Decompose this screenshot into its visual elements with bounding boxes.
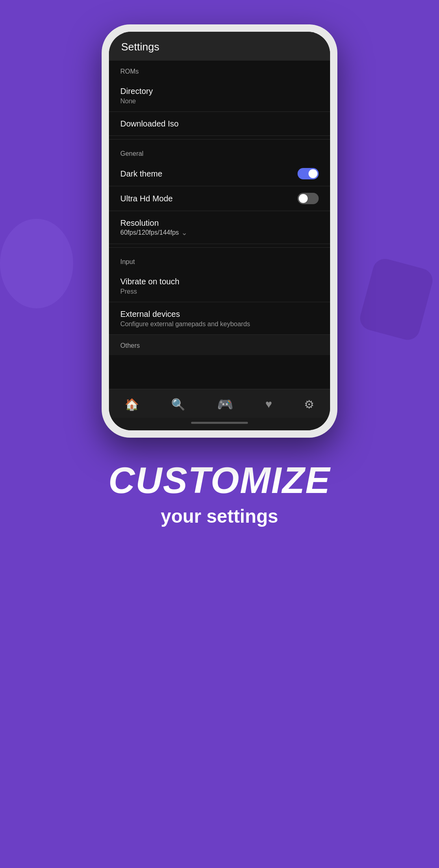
- divider-general-input: [109, 247, 330, 248]
- setting-item-external-left: External devices Configure external game…: [120, 309, 319, 328]
- setting-item-resolution-title: Resolution: [120, 218, 319, 228]
- search-icon: 🔍: [171, 398, 185, 411]
- setting-item-directory-title: Directory: [120, 86, 319, 96]
- toggle-dark-theme[interactable]: [298, 168, 319, 179]
- section-header-others: Others: [120, 342, 140, 349]
- nav-item-favorites[interactable]: ♥: [257, 396, 280, 412]
- setting-item-directory-subtitle: None: [120, 98, 319, 105]
- section-header-roms: ROMs: [109, 61, 330, 79]
- toggle-dark-theme-knob: [309, 169, 317, 178]
- decorative-blob-left: [0, 219, 73, 308]
- setting-item-ultra-hd-left: Ultra Hd Mode: [120, 193, 298, 204]
- section-header-input: Input: [109, 251, 330, 270]
- top-bar: Settings: [109, 32, 330, 61]
- setting-item-external-title: External devices: [120, 309, 319, 319]
- setting-item-external-devices[interactable]: External devices Configure external game…: [109, 302, 330, 335]
- resolution-current-value: 60fps/120fps/144fps: [120, 229, 179, 236]
- nav-item-search[interactable]: 🔍: [163, 396, 193, 413]
- home-icon: 🏠: [125, 398, 139, 411]
- setting-item-directory-left: Directory None: [120, 86, 319, 105]
- others-header: Others: [109, 335, 330, 355]
- divider-roms-general: [109, 139, 330, 140]
- bottom-nav: 🏠 🔍 🎮 ♥ ⚙: [109, 389, 330, 418]
- setting-item-downloaded-iso-left: Downloaded Iso: [120, 118, 319, 129]
- nav-item-games[interactable]: 🎮: [209, 395, 241, 414]
- setting-item-resolution[interactable]: Resolution 60fps/120fps/144fps ⌄: [109, 211, 330, 244]
- nav-item-settings[interactable]: ⚙: [296, 396, 322, 413]
- phone-inner: Settings ROMs Directory None Downl: [109, 32, 330, 430]
- chevron-down-icon: ⌄: [181, 228, 187, 237]
- setting-item-external-subtitle: Configure external gamepads and keyboard…: [120, 321, 319, 328]
- setting-item-downloaded-iso-title: Downloaded Iso: [120, 118, 319, 129]
- section-header-general: General: [109, 143, 330, 161]
- decorative-blob-right: [357, 256, 435, 342]
- page-title: Settings: [121, 41, 159, 53]
- setting-item-vibrate[interactable]: Vibrate on touch Press: [109, 270, 330, 302]
- setting-item-dark-theme-title: Dark theme: [120, 168, 298, 179]
- phone-shell: Settings ROMs Directory None Downl: [102, 24, 337, 438]
- toggle-ultra-hd-knob: [299, 194, 308, 203]
- customize-subtitle: your settings: [161, 505, 278, 527]
- settings-icon: ⚙: [304, 398, 314, 411]
- settings-content: ROMs Directory None Downloaded Iso: [109, 61, 330, 389]
- setting-item-dark-theme-left: Dark theme: [120, 168, 298, 179]
- setting-item-vibrate-subtitle: Press: [120, 288, 319, 295]
- setting-item-ultra-hd-title: Ultra Hd Mode: [120, 193, 298, 204]
- setting-item-downloaded-iso[interactable]: Downloaded Iso: [109, 112, 330, 136]
- bottom-section: CUSTOMIZE your settings: [0, 438, 439, 560]
- gamepad-icon: 🎮: [217, 397, 233, 412]
- heart-icon: ♥: [265, 398, 272, 411]
- setting-item-dark-theme[interactable]: Dark theme: [109, 161, 330, 186]
- home-bar: [191, 422, 248, 424]
- customize-title: CUSTOMIZE: [109, 462, 330, 499]
- setting-item-directory[interactable]: Directory None: [109, 79, 330, 112]
- phone-screen: Settings ROMs Directory None Downl: [109, 32, 330, 430]
- setting-item-resolution-left: Resolution 60fps/120fps/144fps ⌄: [120, 218, 319, 237]
- phone-background: Settings ROMs Directory None Downl: [0, 0, 439, 438]
- setting-item-vibrate-title: Vibrate on touch: [120, 276, 319, 287]
- nav-item-home[interactable]: 🏠: [117, 396, 147, 413]
- toggle-ultra-hd[interactable]: [298, 193, 319, 204]
- setting-item-ultra-hd[interactable]: Ultra Hd Mode: [109, 186, 330, 211]
- home-indicator-area: [109, 418, 330, 430]
- setting-item-vibrate-left: Vibrate on touch Press: [120, 276, 319, 295]
- setting-item-resolution-value: 60fps/120fps/144fps ⌄: [120, 228, 319, 237]
